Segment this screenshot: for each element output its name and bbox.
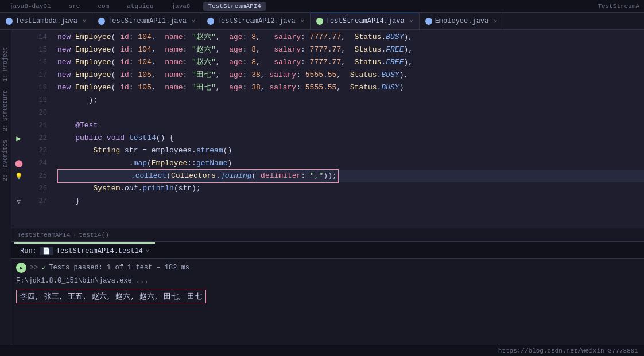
- tab-teststreamapi4[interactable]: TestStreamAPI4.java ✕: [311, 13, 420, 29]
- panel-label-structure[interactable]: 2: Structure: [2, 90, 9, 131]
- status-url[interactable]: https://blog.csdn.net/weixin_37778801: [498, 347, 638, 354]
- gutter-24: ⬤: [11, 157, 26, 170]
- code-line-17: new Employee( id: 105, name: "田七", age: …: [57, 69, 644, 81]
- tab-testlambda[interactable]: TestLambda.java ✕: [0, 13, 92, 29]
- tab-icon-api4: [316, 18, 323, 25]
- main-area: 1: Project 2: Structure 2: Favorites ▶: [0, 30, 644, 345]
- java-path-text: F:\jdk1.8.0_151\bin\java.exe ...: [16, 277, 148, 285]
- tab-teststreamapi1[interactable]: TestStreamAPI1.java ✕: [92, 13, 201, 29]
- run-tab-close[interactable]: ✕: [146, 248, 149, 255]
- breadcrumb-bar: TestStreamAPI4 › test14(): [11, 228, 644, 241]
- java-path: F:\jdk1.8.0_151\bin\java.exe ...: [16, 277, 639, 285]
- rerun-button[interactable]: [16, 263, 26, 273]
- window-right-label: TestStreamA: [598, 3, 639, 10]
- run-config-icon: 📄: [40, 247, 53, 255]
- breakpoint-icon[interactable]: ⬤: [15, 159, 22, 168]
- run-config-label: TestStreamAPI4.test14: [56, 247, 143, 255]
- gutter-21: [11, 119, 26, 132]
- highlight-collect: .collect(Collectors.joining( delimiter: …: [57, 169, 339, 183]
- gutter-18: [11, 81, 26, 94]
- panel-tabs: Run: 📄 TestStreamAPI4.test14 ✕: [11, 242, 644, 259]
- status-bar: https://blog.csdn.net/weixin_37778801: [0, 345, 644, 356]
- tab-close-api1[interactable]: ✕: [192, 18, 195, 25]
- window-bar: java8-day01 src com atguigu java8 TestSt…: [0, 0, 644, 13]
- code-line-22: public void test14() {: [57, 132, 644, 144]
- code-line-24: .map(Employee::getName): [57, 157, 644, 170]
- window-tab-teststreamapi4[interactable]: TestStreamAPI4: [203, 2, 265, 11]
- code-line-20: [57, 107, 644, 119]
- left-panel: 1: Project 2: Structure 2: Favorites: [0, 30, 11, 345]
- gutter-27: ▽: [11, 195, 26, 208]
- gutter-19: [11, 94, 26, 107]
- test-result: ✓ Tests passed: 1 of 1 test – 182 ms: [41, 263, 189, 272]
- tab-close-api2[interactable]: ✕: [301, 18, 304, 25]
- gutter-16: [11, 56, 26, 69]
- tab-bar: TestLambda.java ✕ TestStreamAPI1.java ✕ …: [0, 13, 644, 30]
- code-line-23: String str = employees.stream(): [57, 144, 644, 157]
- code-line-25: .collect(Collectors.joining( delimiter: …: [57, 170, 644, 182]
- gutter-25: 💡: [11, 170, 26, 182]
- test-result-text: Tests passed: 1 of 1 test – 182 ms: [49, 264, 189, 272]
- tab-employee[interactable]: Employee.java ✕: [420, 13, 504, 29]
- code-line-18: new Employee( id: 105, name: "田七", age: …: [57, 81, 644, 94]
- gutter-22: ▶: [11, 132, 26, 144]
- code-line-14: new Employee( id: 104, name: "赵六", age: …: [57, 31, 644, 44]
- output-text: 李四, 张三, 王五, 赵六, 赵六, 赵六, 田七, 田七: [16, 290, 206, 303]
- tab-icon-api1: [98, 18, 105, 25]
- gutter-26: [11, 182, 26, 195]
- gutter-17: [11, 69, 26, 81]
- tab-teststreamapi2[interactable]: TestStreamAPI2.java ✕: [201, 13, 311, 29]
- code-content: new Employee( id: 104, name: "赵六", age: …: [52, 30, 644, 228]
- tab-icon-testlambda: [6, 18, 13, 25]
- run-panel-tab[interactable]: Run: 📄 TestStreamAPI4.test14 ✕: [14, 242, 155, 258]
- window-tab-src[interactable]: src: [64, 2, 85, 11]
- tab-label-employee: Employee.java: [435, 17, 489, 25]
- tab-icon-api2: [207, 18, 214, 25]
- bottom-panel: Run: 📄 TestStreamAPI4.test14 ✕ >> ✓ Test…: [11, 241, 644, 345]
- tab-close-api4[interactable]: ✕: [410, 18, 413, 25]
- code-container: ▶ ⬤ 💡 ▽ 14 15 16 17 18: [11, 30, 644, 228]
- window-tab-atguigu[interactable]: atguigu: [122, 2, 158, 11]
- code-line-21: @Test: [57, 119, 644, 132]
- panel-content: >> ✓ Tests passed: 1 of 1 test – 182 ms …: [11, 259, 644, 345]
- gutter-23: [11, 144, 26, 157]
- gutter-14: [11, 31, 26, 44]
- panel-label-project[interactable]: 1: Project: [2, 47, 9, 81]
- tab-close-testlambda[interactable]: ✕: [83, 18, 86, 25]
- lightbulb-icon[interactable]: 💡: [15, 173, 23, 180]
- gutter-20: [11, 107, 26, 119]
- window-tab-java8day01[interactable]: java8-day01: [5, 2, 56, 11]
- line-numbers: 14 15 16 17 18 19 20 21 22 23 24 25 26 2…: [26, 30, 52, 228]
- run-toolbar: >> ✓ Tests passed: 1 of 1 test – 182 ms: [16, 261, 639, 275]
- check-icon: ✓: [41, 263, 46, 272]
- breadcrumb-path2: test14(): [79, 232, 109, 238]
- tab-label-testlambda: TestLambda.java: [15, 17, 77, 25]
- code-line-15: new Employee( id: 104, name: "赵六", age: …: [57, 44, 644, 56]
- code-line-19: );: [57, 94, 644, 107]
- code-line-16: new Employee( id: 104, name: "赵六", age: …: [57, 56, 644, 69]
- run-label: Run:: [20, 247, 37, 255]
- code-line-26: System.out.println(str);: [57, 182, 644, 195]
- panel-label-favorites[interactable]: 2: Favorites: [2, 140, 9, 181]
- tab-label-api2: TestStreamAPI2.java: [217, 17, 296, 25]
- tab-close-employee[interactable]: ✕: [494, 18, 497, 25]
- tab-label-api4: TestStreamAPI4.java: [326, 17, 405, 25]
- fold-icon[interactable]: ▽: [17, 198, 21, 205]
- window-tab-java8[interactable]: java8: [166, 2, 195, 11]
- gutter-area: ▶ ⬤ 💡 ▽: [11, 30, 26, 228]
- gutter-15: [11, 44, 26, 56]
- tab-label-api1: TestStreamAPI1.java: [108, 17, 187, 25]
- tab-icon-employee: [425, 18, 432, 25]
- breadcrumb-sep: ›: [72, 232, 76, 238]
- breadcrumb-path1: TestStreamAPI4: [17, 232, 70, 238]
- run-gutter-icon[interactable]: ▶: [16, 134, 21, 143]
- window-tab-com[interactable]: com: [93, 2, 114, 11]
- code-line-27: }: [57, 195, 644, 208]
- output-container: 李四, 张三, 王五, 赵六, 赵六, 赵六, 田七, 田七: [16, 287, 639, 303]
- editor-area: ▶ ⬤ 💡 ▽ 14 15 16 17 18: [11, 30, 644, 345]
- toolbar-arrows: >>: [30, 264, 38, 272]
